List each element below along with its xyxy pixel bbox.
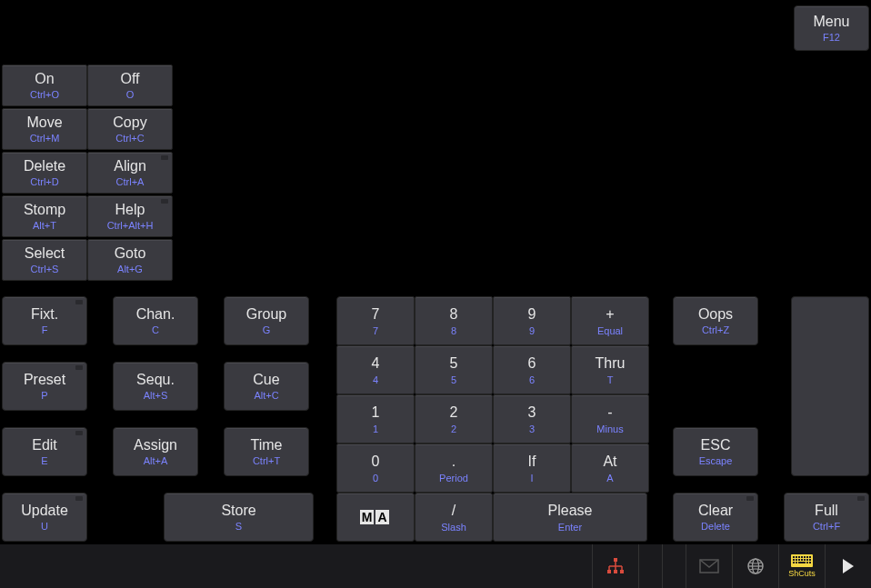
clear-label: Clear — [698, 503, 733, 519]
update-button[interactable]: Update U — [2, 493, 87, 542]
network-icon-button[interactable] — [592, 544, 638, 588]
num-7[interactable]: 77 — [336, 296, 415, 345]
bottom-blank-1[interactable] — [638, 544, 662, 588]
stomp-button[interactable]: StompAlt+T — [2, 195, 87, 237]
button-label: + — [606, 306, 614, 323]
svg-rect-18 — [804, 556, 806, 558]
num-plus[interactable]: +Equal — [571, 296, 649, 345]
num-thru[interactable]: ThruT — [571, 345, 649, 394]
svg-rect-8 — [620, 570, 624, 573]
button-label: 7 — [372, 306, 380, 323]
preset-button[interactable]: PresetP — [2, 362, 87, 411]
button-label: Preset — [24, 372, 65, 388]
edit-button[interactable]: EditE — [2, 427, 87, 476]
button-label: 5 — [450, 355, 458, 372]
svg-rect-14 — [793, 556, 795, 558]
fixt-button[interactable]: Fixt.F — [2, 296, 87, 345]
svg-rect-24 — [801, 559, 803, 561]
num-8[interactable]: 88 — [415, 296, 493, 345]
time-button[interactable]: TimeCtrl+T — [224, 427, 309, 476]
svg-rect-27 — [809, 559, 811, 561]
num-minus[interactable]: -Minus — [571, 394, 649, 443]
svg-rect-28 — [793, 562, 795, 563]
full-button[interactable]: Full Ctrl+F — [784, 493, 869, 542]
menu-button[interactable]: Menu F12 — [794, 5, 869, 51]
move-button[interactable]: MoveCtrl+M — [2, 108, 87, 150]
sequ-button[interactable]: Sequ.Alt+S — [113, 362, 198, 411]
select-button[interactable]: SelectCtrl+S — [2, 239, 87, 281]
num-9[interactable]: 99 — [493, 296, 571, 345]
svg-rect-26 — [806, 559, 808, 561]
button-label: 3 — [528, 404, 536, 421]
shortcuts-label: ShCuts — [788, 569, 816, 578]
esc-button[interactable]: ESC Escape — [673, 427, 758, 476]
num-5[interactable]: 55 — [415, 345, 493, 394]
button-shortcut: E — [41, 455, 47, 466]
button-shortcut: G — [263, 324, 271, 335]
blank-tall-button[interactable] — [791, 296, 869, 476]
cue-button[interactable]: CueAlt+C — [224, 362, 309, 411]
mail-icon-button[interactable] — [686, 544, 732, 588]
assign-button[interactable]: AssignAlt+A — [113, 427, 198, 476]
help-button[interactable]: HelpCtrl+Alt+H — [87, 195, 173, 237]
delete-button[interactable]: DeleteCtrl+D — [2, 152, 87, 194]
play-icon-button[interactable] — [825, 544, 871, 588]
clear-shortcut: Delete — [701, 521, 730, 532]
align-button[interactable]: AlignCtrl+A — [87, 152, 173, 194]
ma-button[interactable]: MA — [336, 493, 415, 542]
svg-rect-0 — [614, 558, 617, 562]
num-4[interactable]: 44 — [336, 345, 415, 394]
esc-label: ESC — [701, 437, 731, 453]
oops-button[interactable]: Oops Ctrl+Z — [673, 296, 758, 345]
svg-rect-17 — [801, 556, 803, 558]
on-button[interactable]: OnCtrl+O — [2, 65, 87, 106]
goto-button[interactable]: GotoAlt+G — [87, 239, 173, 281]
num-if[interactable]: IfI — [493, 443, 571, 493]
svg-rect-6 — [607, 570, 611, 573]
button-label: 4 — [372, 355, 380, 372]
button-label: Help — [115, 202, 145, 218]
num-at[interactable]: AtA — [571, 443, 649, 493]
keyboard-icon — [791, 554, 813, 567]
button-shortcut: Ctrl+A — [116, 176, 145, 187]
button-shortcut: Alt+A — [144, 455, 168, 466]
button-shortcut: Ctrl+C — [115, 133, 144, 144]
button-label: Thru — [596, 355, 626, 372]
please-button[interactable]: Please Enter — [493, 493, 647, 542]
full-shortcut: Ctrl+F — [813, 521, 840, 532]
chan-button[interactable]: Chan.C — [113, 296, 198, 345]
copy-button[interactable]: CopyCtrl+C — [87, 108, 173, 150]
update-shortcut: U — [41, 521, 48, 532]
num-6[interactable]: 66 — [493, 345, 571, 394]
button-label: Chan. — [136, 306, 175, 323]
svg-rect-30 — [798, 562, 806, 563]
menu-shortcut: F12 — [823, 32, 840, 43]
num-period[interactable]: .Period — [415, 443, 493, 493]
num-3[interactable]: 33 — [493, 394, 571, 443]
slash-shortcut: Slash — [441, 522, 466, 533]
clear-button[interactable]: Clear Delete — [673, 493, 758, 542]
corner-indicator — [161, 155, 168, 160]
button-shortcut: Alt+T — [33, 220, 56, 231]
button-label: Select — [25, 245, 65, 262]
group-button[interactable]: GroupG — [224, 296, 309, 345]
off-button[interactable]: OffO — [87, 65, 173, 106]
button-shortcut: Ctrl+Alt+H — [107, 220, 154, 231]
button-label: Time — [251, 437, 283, 453]
num-0[interactable]: 00 — [336, 443, 415, 493]
network-icon — [606, 558, 625, 574]
shortcuts-button[interactable]: ShCuts — [778, 544, 825, 588]
globe-icon-button[interactable] — [732, 544, 778, 588]
num-1[interactable]: 11 — [336, 394, 415, 443]
corner-indicator — [75, 300, 83, 304]
num-slash[interactable]: / Slash — [415, 493, 493, 542]
num-2[interactable]: 22 — [415, 394, 493, 443]
bottom-blank-2[interactable] — [662, 544, 686, 588]
ma-icon: MA — [360, 510, 391, 524]
button-label: Assign — [134, 437, 177, 453]
store-button[interactable]: Store S — [164, 493, 314, 542]
oops-shortcut: Ctrl+Z — [702, 324, 729, 335]
svg-rect-21 — [793, 559, 795, 561]
button-label: - — [607, 404, 612, 421]
svg-rect-16 — [798, 556, 800, 558]
